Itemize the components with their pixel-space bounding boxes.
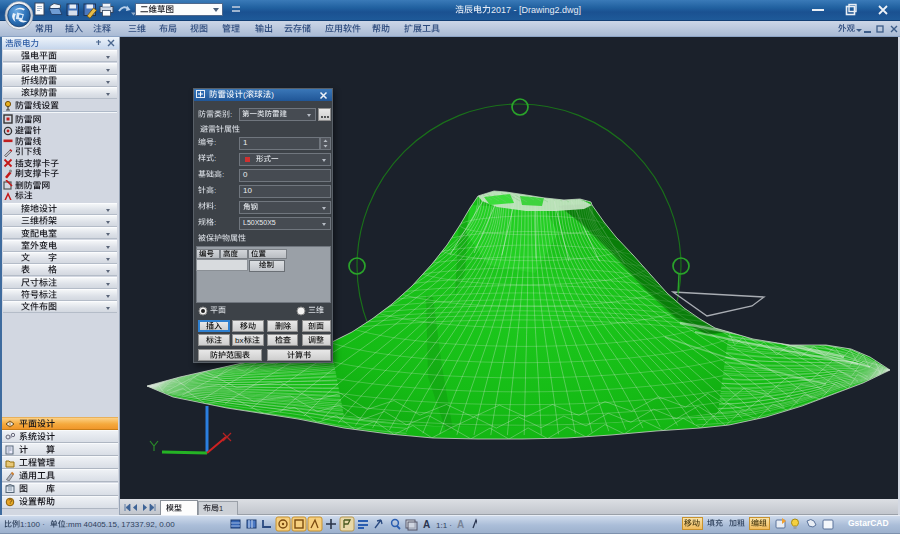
svg-text:1: 1 bbox=[219, 503, 223, 512]
svg-text:A: A bbox=[423, 519, 430, 530]
svg-text:): ) bbox=[271, 90, 274, 99]
svg-text:GstarCAD: GstarCAD bbox=[848, 518, 889, 528]
svg-text:?: ? bbox=[8, 498, 12, 505]
svg-text:1:1 ·: 1:1 · bbox=[436, 521, 452, 530]
svg-text:(: ( bbox=[243, 90, 246, 99]
svg-text:0: 0 bbox=[243, 170, 248, 179]
svg-text:L50X50X5: L50X50X5 bbox=[243, 219, 276, 226]
svg-text:2017 - [Drawing2.dwg]: 2017 - [Drawing2.dwg] bbox=[491, 5, 581, 15]
svg-text::mm 40405.15, 17337.92, 0.00: :mm 40405.15, 17337.92, 0.00 bbox=[66, 520, 176, 529]
svg-text::: : bbox=[222, 170, 224, 179]
svg-text:A: A bbox=[457, 519, 464, 530]
svg-text::: : bbox=[214, 186, 216, 195]
svg-text::: : bbox=[214, 138, 216, 147]
svg-text::: : bbox=[214, 202, 216, 211]
svg-text:10: 10 bbox=[243, 186, 252, 195]
svg-text::: : bbox=[214, 218, 216, 227]
svg-text:1:100 ·: 1:100 · bbox=[20, 520, 45, 529]
svg-text::: : bbox=[230, 109, 232, 118]
svg-text:1: 1 bbox=[243, 138, 248, 147]
svg-text:bx: bx bbox=[235, 336, 243, 345]
svg-text::: : bbox=[214, 154, 216, 163]
